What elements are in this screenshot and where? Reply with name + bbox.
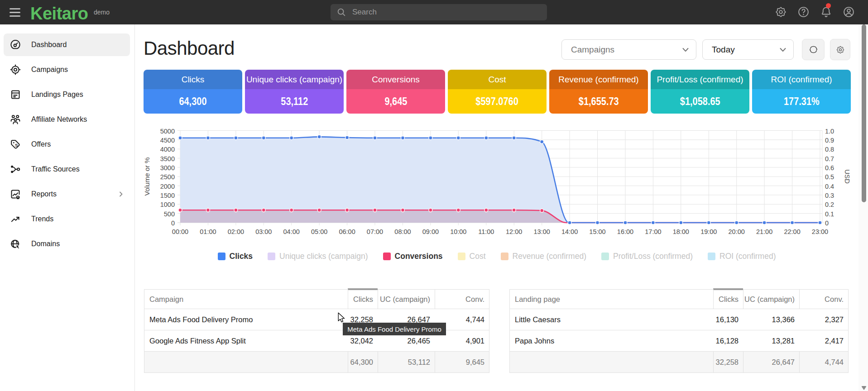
svg-text:16:00: 16:00: [617, 228, 633, 235]
svg-text:0.5: 0.5: [825, 173, 834, 181]
svg-text:1500: 1500: [160, 192, 175, 199]
svg-text:20:00: 20:00: [729, 228, 745, 235]
svg-text:500: 500: [164, 210, 175, 218]
svg-text:02:00: 02:00: [228, 228, 244, 235]
svg-text:09:00: 09:00: [422, 228, 439, 235]
svg-text:21:00: 21:00: [756, 228, 772, 235]
svg-text:0.1: 0.1: [825, 210, 834, 218]
svg-text:00:00: 00:00: [172, 228, 188, 235]
svg-text:06:00: 06:00: [339, 228, 355, 235]
svg-text:15:00: 15:00: [589, 228, 605, 235]
svg-text:19:00: 19:00: [700, 228, 717, 235]
svg-text:04:00: 04:00: [283, 228, 300, 235]
svg-text:22:00: 22:00: [784, 228, 800, 235]
svg-text:4500: 4500: [160, 137, 175, 144]
svg-text:18:00: 18:00: [673, 228, 689, 235]
svg-text:0.4: 0.4: [825, 183, 834, 190]
svg-text:0.3: 0.3: [825, 192, 834, 199]
svg-text:0.6: 0.6: [825, 164, 834, 172]
svg-text:2500: 2500: [160, 173, 175, 181]
svg-text:12:00: 12:00: [506, 228, 522, 235]
svg-text:1.0: 1.0: [825, 128, 834, 135]
svg-text:2000: 2000: [160, 183, 175, 190]
svg-text:10:00: 10:00: [450, 228, 466, 235]
svg-text:01:00: 01:00: [200, 228, 216, 235]
svg-text:0.9: 0.9: [825, 137, 834, 144]
svg-text:5000: 5000: [160, 128, 175, 135]
svg-text:4000: 4000: [160, 146, 175, 153]
svg-text:0: 0: [171, 219, 175, 227]
svg-text:17:00: 17:00: [645, 228, 661, 235]
svg-text:S: S: [15, 143, 18, 148]
svg-text:3500: 3500: [160, 155, 175, 162]
svg-text:1000: 1000: [160, 201, 175, 208]
svg-text:07:00: 07:00: [367, 228, 383, 235]
svg-text:23:00: 23:00: [812, 228, 828, 235]
svg-text:03:00: 03:00: [255, 228, 272, 235]
svg-text:05:00: 05:00: [311, 228, 327, 235]
svg-text:0.7: 0.7: [825, 155, 834, 162]
svg-text:USD: USD: [844, 169, 851, 184]
svg-text:14:00: 14:00: [561, 228, 578, 235]
svg-text:0.2: 0.2: [825, 201, 834, 208]
svg-text:11:00: 11:00: [478, 228, 494, 235]
svg-text:0: 0: [825, 219, 829, 227]
svg-text:Volume or %: Volume or %: [143, 157, 151, 196]
svg-text:13:00: 13:00: [534, 228, 550, 235]
svg-text:3000: 3000: [160, 164, 175, 172]
svg-text:0.8: 0.8: [825, 146, 834, 153]
svg-text:08:00: 08:00: [394, 228, 411, 235]
